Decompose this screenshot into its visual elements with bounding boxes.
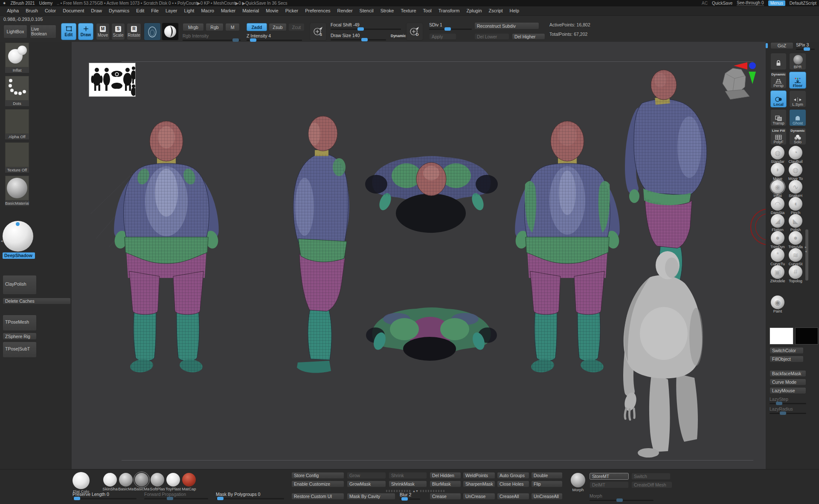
shrinkmask-button[interactable]: ShrinkMask — [389, 481, 427, 487]
enable-customize-button[interactable]: Enable Customize — [291, 481, 344, 487]
persp-button[interactable]: Dynamic Persp — [770, 72, 787, 89]
rotate-button[interactable]: R Rotate — [127, 23, 141, 40]
draw-size-track[interactable] — [331, 39, 386, 41]
blur-track[interactable] — [400, 498, 420, 500]
z-intensity-track[interactable] — [247, 40, 302, 41]
menu-item-document[interactable]: Document — [59, 6, 87, 15]
zcut-button[interactable]: Zcut — [288, 23, 305, 31]
model-back-view[interactable] — [514, 119, 621, 375]
brush-trimadaptive[interactable]: ● TrimAda — [787, 231, 804, 249]
focal-shift-slider[interactable]: Focal Shift -49 — [331, 22, 401, 30]
menu-item-tool[interactable]: Tool — [420, 6, 435, 15]
brush-pinch[interactable]: ◖ Pinch — [787, 197, 804, 215]
menu-item-movie[interactable]: Movie — [262, 6, 282, 15]
menu-item-preferences[interactable]: Preferences — [302, 6, 334, 15]
model-side-view[interactable] — [290, 115, 354, 375]
tray-divider-arrow-icon[interactable]: ◄ — [0, 240, 3, 243]
brush-curvestrap[interactable]: ≋ CurveSt — [787, 248, 804, 266]
menu-item-help[interactable]: Help — [506, 6, 523, 15]
shrink-button[interactable]: Shrink — [389, 472, 427, 479]
lazymouse-button[interactable]: LazyMouse — [770, 387, 806, 394]
apply-button[interactable]: Apply — [429, 33, 456, 40]
local-button[interactable]: Local — [770, 90, 787, 107]
flat-color-swatch[interactable] — [73, 472, 90, 489]
menu-item-render[interactable]: Render — [334, 6, 356, 15]
sdiv-slider[interactable]: SDiv 1 — [429, 22, 472, 30]
rgb-button[interactable]: Rgb — [206, 23, 224, 31]
switchcolor-button[interactable]: SwitchColor — [770, 347, 804, 354]
shelf-arrow-left-icon[interactable]: ◂ — [805, 250, 807, 253]
zsphere-rig-button[interactable]: ZSphere Rig — [3, 333, 37, 340]
lazyradius-track[interactable] — [770, 413, 806, 414]
rgb-intensity-track[interactable] — [183, 40, 241, 41]
restore-custom-ui-button[interactable]: Restore Custom UI — [291, 493, 344, 500]
current-brush-thumb[interactable]: Inflat — [5, 43, 29, 73]
mask-by-polygroups-track[interactable] — [216, 498, 284, 499]
deepshadow-label[interactable]: DeepShadow — [3, 252, 35, 259]
secondary-color-swatch[interactable] — [795, 327, 818, 345]
polyframe-button[interactable]: Line Fill PolyF — [770, 128, 787, 145]
draw-button[interactable]: Draw — [78, 23, 93, 40]
alpha-thumb[interactable]: Alpha Off — [5, 109, 29, 139]
brush-move[interactable]: ◗ Move — [770, 163, 786, 181]
menu-item-color[interactable]: Color — [41, 6, 59, 15]
see-through-slider[interactable]: See-through 0 — [737, 0, 764, 6]
preserve-length-slider[interactable]: Preserve Length 0 — [73, 492, 136, 499]
sculpt-viewport[interactable] — [72, 42, 766, 470]
lsym-button[interactable]: L.Sym — [789, 90, 806, 107]
tposemesh-button[interactable]: TPoseMesh — [3, 315, 37, 331]
brush-topology[interactable]: # Topolog — [787, 265, 804, 283]
edit-button[interactable]: Edit — [61, 23, 76, 40]
spix-slider[interactable]: SPix 3 — [796, 42, 815, 50]
menu-item-alpha[interactable]: Alpha — [3, 6, 22, 15]
sdiv-track[interactable] — [429, 29, 472, 30]
menus-button[interactable]: Menus — [768, 0, 785, 6]
gizmo-y-axis-icon[interactable] — [749, 72, 756, 84]
deepshadow-material-sphere[interactable] — [3, 221, 33, 252]
menu-item-material[interactable]: Material — [239, 6, 262, 15]
blur-slider[interactable]: Blur 2 — [400, 492, 420, 500]
double-button[interactable]: Double — [531, 472, 563, 479]
quicksave-button[interactable]: QuickSave — [712, 1, 732, 6]
brush-damstandard[interactable]: ◠ DamSta — [770, 197, 786, 215]
forward-propagation-track[interactable] — [144, 498, 208, 499]
auto-groups-button[interactable]: Auto Groups — [497, 472, 529, 479]
menu-item-picker[interactable]: Picker — [282, 6, 302, 15]
del-lower-button[interactable]: Del Lower — [474, 33, 509, 40]
material-basic[interactable]: BasicMa — [119, 473, 133, 491]
lightbox-button[interactable]: LightBox — [3, 25, 27, 38]
menu-item-zplugin[interactable]: Zplugin — [463, 6, 485, 15]
camera-gizmo[interactable] — [723, 62, 756, 99]
mrgb-button[interactable]: Mrgb — [183, 23, 204, 31]
menu-item-layer[interactable]: Layer — [162, 6, 181, 15]
weldpoints-button[interactable]: WeldPoints — [463, 472, 495, 479]
delete-caches-button[interactable]: Delete Caches — [3, 298, 71, 304]
crease-button[interactable]: Crease — [430, 493, 461, 500]
focal-shift-track[interactable] — [331, 29, 401, 30]
del-higher-button[interactable]: Del Higher — [512, 33, 545, 40]
menu-item-draw[interactable]: Draw — [87, 6, 105, 15]
creaseall-button[interactable]: CreaseAll — [497, 493, 529, 500]
lazyradius-slider[interactable]: LazyRadius — [770, 406, 806, 414]
model-top-view[interactable] — [365, 156, 498, 233]
model-front-view[interactable] — [113, 119, 220, 375]
draw-size-dynamic-button[interactable]: D — [406, 23, 423, 41]
brush-trimdynamic[interactable]: ● TrimDyn — [770, 231, 786, 249]
menu-item-texture[interactable]: Texture — [397, 6, 419, 15]
z-intensity-slider[interactable]: Z Intensity 4 — [247, 33, 302, 41]
delmt-button[interactable]: DelMT — [590, 481, 629, 488]
material-thumb[interactable]: BasicMaterial2 — [5, 176, 29, 206]
model-bottom-view[interactable] — [366, 307, 497, 361]
brush-zmodeler[interactable]: ▣ ZModele — [770, 265, 786, 283]
lazystep-slider[interactable]: LazyStep — [770, 397, 806, 404]
paint-tool[interactable]: ◉ Paint — [770, 295, 786, 313]
menu-item-stencil[interactable]: Stencil — [356, 6, 377, 15]
draw-size-slider[interactable]: Draw Size 140 — [331, 33, 386, 41]
brush-snakehook[interactable]: ∿ SnakeH — [787, 180, 804, 198]
gizmo-z-axis-icon[interactable] — [749, 62, 756, 69]
morph-slider-track[interactable] — [590, 500, 653, 501]
brush-flatten[interactable]: ◢ Flatten — [770, 214, 786, 232]
material-basic2[interactable]: BasicMa — [134, 473, 149, 491]
storemt-button[interactable]: StoreMT — [590, 473, 629, 480]
menu-item-dynamics[interactable]: Dynamics — [105, 6, 133, 15]
